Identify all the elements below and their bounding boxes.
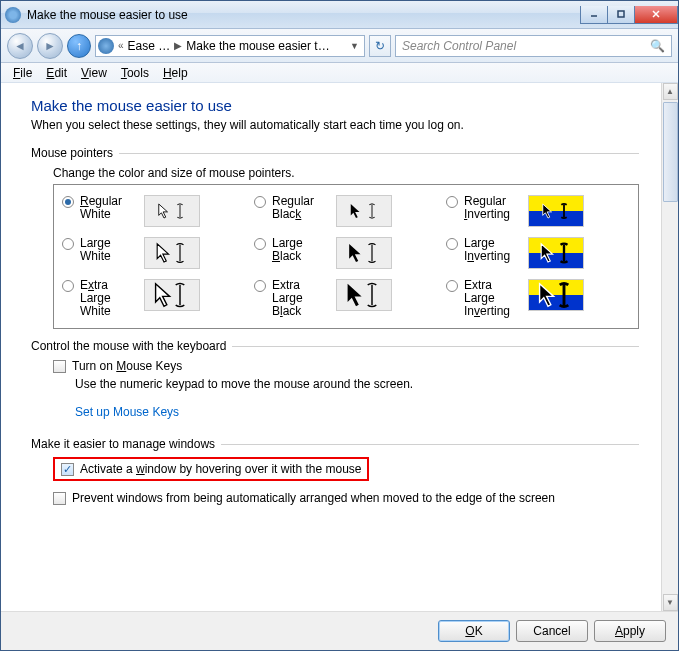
radio-icon	[446, 238, 458, 250]
menu-bar: File Edit View Tools Help	[1, 63, 678, 83]
checkbox-label: Activate a window by hovering over it wi…	[80, 462, 361, 476]
radio-large-black[interactable]: Large Black	[254, 237, 438, 269]
forward-button[interactable]: ►	[37, 33, 63, 59]
radio-regular-white[interactable]: Regular White	[62, 195, 246, 227]
chevron-icon: «	[118, 40, 124, 51]
checkbox-prevent-auto-arrange[interactable]: Prevent windows from being automatically…	[53, 491, 639, 505]
checkbox-label: Prevent windows from being automatically…	[72, 491, 555, 505]
radio-label: Extra Large Black	[272, 279, 330, 318]
apply-button[interactable]: Apply	[594, 620, 666, 642]
pointer-swatch	[336, 279, 392, 311]
section-label: Mouse pointers	[31, 146, 113, 160]
dialog-buttons: OK Cancel Apply	[1, 611, 678, 650]
scroll-down-button[interactable]: ▼	[663, 594, 678, 611]
checkbox-icon	[61, 463, 74, 476]
window-buttons	[581, 6, 678, 24]
pointer-swatch	[144, 195, 200, 227]
checkbox-icon	[53, 360, 66, 373]
pointer-swatch	[144, 279, 200, 311]
radio-label: Large White	[80, 237, 138, 263]
radio-icon	[446, 280, 458, 292]
menu-edit[interactable]: Edit	[40, 65, 73, 81]
close-button[interactable]	[634, 6, 678, 24]
radio-label: Extra Large Inverting	[464, 279, 522, 318]
section-label: Control the mouse with the keyboard	[31, 339, 226, 353]
menu-file[interactable]: File	[7, 65, 38, 81]
radio-icon	[254, 280, 266, 292]
radio-icon	[254, 196, 266, 208]
search-icon: 🔍	[650, 39, 665, 53]
mouse-keys-desc: Use the numeric keypad to move the mouse…	[75, 377, 639, 391]
refresh-button[interactable]: ↻	[369, 35, 391, 57]
radio-label: Extra Large White	[80, 279, 138, 318]
window-frame: Make the mouse easier to use ◄ ► ↑ « Eas…	[0, 0, 679, 651]
radio-extra-large-white[interactable]: Extra Large White	[62, 279, 246, 318]
pointer-swatch	[144, 237, 200, 269]
cancel-button[interactable]: Cancel	[516, 620, 588, 642]
menu-help[interactable]: Help	[157, 65, 194, 81]
pointer-swatch	[336, 237, 392, 269]
highlight-box: Activate a window by hovering over it wi…	[53, 457, 369, 481]
section-keyboard: Control the mouse with the keyboard	[31, 339, 639, 353]
divider	[221, 444, 639, 445]
checkbox-icon	[53, 492, 66, 505]
svg-rect-1	[618, 11, 624, 17]
titlebar: Make the mouse easier to use	[1, 1, 678, 29]
radio-label: Large Inverting	[464, 237, 522, 263]
radio-large-inverting[interactable]: Large Inverting	[446, 237, 630, 269]
control-panel-icon	[5, 7, 21, 23]
pointer-swatch	[336, 195, 392, 227]
radio-label: Regular Inverting	[464, 195, 522, 221]
client-area: Make the mouse easier to use When you se…	[1, 83, 678, 611]
vertical-scrollbar[interactable]: ▲ ▼	[661, 83, 678, 611]
chevron-right-icon: ▶	[174, 40, 182, 51]
back-button[interactable]: ◄	[7, 33, 33, 59]
checkbox-activate-on-hover[interactable]: Activate a window by hovering over it wi…	[61, 462, 361, 476]
pointer-options-grid: Regular White Regular Black	[53, 184, 639, 329]
link-setup-mouse-keys[interactable]: Set up Mouse Keys	[75, 405, 639, 419]
minimize-button[interactable]	[580, 6, 608, 24]
radio-label: Regular White	[80, 195, 138, 221]
radio-large-white[interactable]: Large White	[62, 237, 246, 269]
page-title: Make the mouse easier to use	[31, 97, 639, 114]
breadcrumb-1[interactable]: Ease …	[128, 39, 171, 53]
radio-icon	[254, 238, 266, 250]
ok-button[interactable]: OK	[438, 620, 510, 642]
divider	[119, 153, 639, 154]
section-label: Make it easier to manage windows	[31, 437, 215, 451]
radio-regular-black[interactable]: Regular Black	[254, 195, 438, 227]
section-manage-windows: Make it easier to manage windows	[31, 437, 639, 451]
content-pane: Make the mouse easier to use When you se…	[1, 83, 661, 611]
checkbox-label: Turn on Mouse Keys	[72, 359, 182, 373]
up-button[interactable]: ↑	[67, 34, 91, 58]
section-mouse-pointers: Mouse pointers	[31, 146, 639, 160]
page-subtitle: When you select these settings, they wil…	[31, 118, 639, 132]
pointer-swatch	[528, 195, 584, 227]
radio-extra-large-inverting[interactable]: Extra Large Inverting	[446, 279, 630, 318]
pointers-desc: Change the color and size of mouse point…	[53, 166, 639, 180]
radio-icon	[62, 280, 74, 292]
divider	[232, 346, 639, 347]
radio-icon	[446, 196, 458, 208]
radio-icon	[62, 196, 74, 208]
scroll-up-button[interactable]: ▲	[663, 83, 678, 100]
scroll-thumb[interactable]	[663, 102, 678, 202]
checkbox-mouse-keys[interactable]: Turn on Mouse Keys	[53, 359, 639, 373]
maximize-button[interactable]	[607, 6, 635, 24]
search-placeholder: Search Control Panel	[402, 39, 516, 53]
menu-view[interactable]: View	[75, 65, 113, 81]
radio-regular-inverting[interactable]: Regular Inverting	[446, 195, 630, 227]
radio-label: Regular Black	[272, 195, 330, 221]
address-bar[interactable]: « Ease … ▶ Make the mouse easier t… ▼	[95, 35, 365, 57]
radio-extra-large-black[interactable]: Extra Large Black	[254, 279, 438, 318]
address-dropdown-icon[interactable]: ▼	[347, 41, 362, 51]
menu-tools[interactable]: Tools	[115, 65, 155, 81]
radio-label: Large Black	[272, 237, 330, 263]
window-title: Make the mouse easier to use	[27, 8, 188, 22]
pointer-swatch	[528, 237, 584, 269]
radio-icon	[62, 238, 74, 250]
pointer-swatch	[528, 279, 584, 311]
search-input[interactable]: Search Control Panel 🔍	[395, 35, 672, 57]
nav-toolbar: ◄ ► ↑ « Ease … ▶ Make the mouse easier t…	[1, 29, 678, 63]
breadcrumb-2[interactable]: Make the mouse easier t…	[186, 39, 329, 53]
